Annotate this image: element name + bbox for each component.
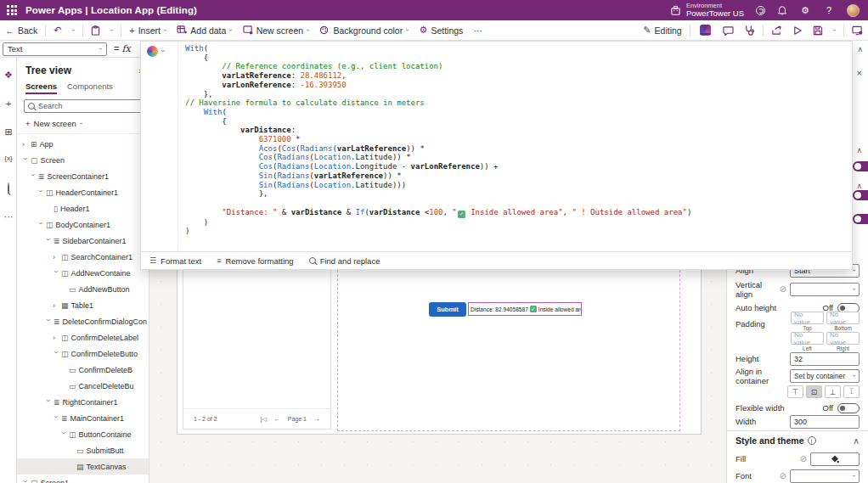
more-rail-icon[interactable]: ··· [0,211,17,222]
tree-item[interactable]: ›▢Screen1 [17,475,149,483]
copilot-chevron-icon[interactable]: › [159,50,167,53]
tree-item[interactable]: ›◫SearchContainer1 [17,249,149,265]
environment-picker[interactable]: Environment PowerTower US [670,3,744,19]
expand-chevron-icon[interactable]: › [52,270,60,276]
expand-chevron-icon[interactable]: › [53,301,59,310]
tree-item[interactable]: ›◫HeaderContainer1 [17,184,149,200]
tree-item[interactable]: ›≣DeleteConfirmDialogCon [17,313,149,329]
hidden-section-chevron[interactable]: ∧ [856,146,862,154]
expand-chevron-icon[interactable]: › [37,222,45,227]
expand-chevron-icon[interactable]: › [21,480,30,483]
expand-chevron-icon[interactable]: › [52,415,60,421]
padding-right-input[interactable]: No value [826,332,860,345]
expand-chevron-icon[interactable]: › [59,431,68,437]
data-rail-icon[interactable]: ⊞ [0,126,17,138]
tree-item[interactable]: ▭ConfirmDeleteB [17,362,149,378]
format-text-button[interactable]: ☰Format text [149,256,201,266]
distance-text-control[interactable]: Distance: 82.94058587 ✓ Inside allowed a… [468,302,582,316]
hidden-section-chevron-2[interactable]: ∧ [856,182,862,190]
expand-chevron-icon[interactable]: › [53,253,59,261]
sidebar-table-pane[interactable]: 1 - 2 of 2 |◁ ← Page 1 → [183,244,331,430]
expand-chevron-icon[interactable]: › [44,399,53,405]
flexible-width-toggle[interactable]: Off [823,403,860,413]
remove-formatting-button[interactable]: ≡Remove formatting [217,256,294,266]
tree-item[interactable]: ▭SubmitButt [17,442,149,458]
tab-screens[interactable]: Screens [25,81,57,94]
new-screen-button[interactable]: New screen› [238,20,315,40]
add-data-button[interactable]: Add data› [172,20,237,40]
paste-menu-button[interactable]: › [105,20,118,40]
search-input[interactable] [38,102,138,110]
tree-item[interactable]: ›≣MainContainer1 [17,410,149,426]
new-screen-menu[interactable]: + New screen › [17,113,149,134]
align-in-container-dropdown[interactable]: Set by container› [790,369,860,383]
expand-chevron-icon[interactable]: › [21,157,30,163]
tree-item[interactable]: ›▢Screen [17,152,149,168]
tree-item[interactable]: ›◫ConfirmDeleteLabel [17,329,149,345]
command-overflow-button[interactable]: ··· [468,20,488,40]
expand-chevron-icon[interactable]: › [44,238,53,244]
tree-search-box[interactable] [24,99,142,113]
tree-item[interactable]: ›▦Table1 [17,297,149,313]
publish-button[interactable] [847,25,868,36]
expand-chevron-icon[interactable]: › [22,140,28,149]
expand-chevron-icon[interactable]: › [53,334,59,342]
collapse-section-icon[interactable]: ∧ [853,435,860,446]
waffle-icon[interactable] [7,5,17,15]
align-top-button[interactable]: ⊤ [787,385,803,398]
notifications-icon[interactable] [777,5,787,16]
close-properties-icon[interactable]: × [857,68,862,78]
tree-item[interactable]: ›≣ScreenContainer1 [17,168,149,184]
formula-code[interactable]: With( { // Reference coordinates (e.g., … [185,44,848,249]
save-menu-button[interactable]: › [828,25,841,35]
undo-menu-button[interactable]: › [67,20,80,40]
align-center-button[interactable]: ⊡ [806,385,822,398]
tree-item[interactable]: ›≣RightContainer1 [17,394,149,410]
tab-components[interactable]: Components [67,81,113,94]
tree-item[interactable]: ›◫AddNewContaine [17,265,149,281]
fill-color-button[interactable] [810,452,860,466]
width-input[interactable]: 300 [790,415,860,429]
undo-button[interactable]: ↶ [48,20,66,40]
tree-item[interactable]: ›◫ButtonContaine [17,426,149,442]
hidden-toggle-3[interactable] [853,214,868,224]
tree-item[interactable]: ›◫BodyContainer1 [17,216,149,233]
insert-button[interactable]: +Insert› [124,20,172,40]
editing-mode-button[interactable]: ✎Editing [638,25,686,36]
copilot-formula-icon[interactable] [147,46,158,57]
tree-view-rail-icon[interactable]: ❖ [0,70,17,81]
tree-item[interactable]: ▭AddNewButton [17,281,149,297]
main-content-pane[interactable] [337,244,680,431]
padding-top-input[interactable]: No value [791,312,824,324]
expand-chevron-icon[interactable]: › [37,189,45,195]
tree-item[interactable]: ▯Header1 [17,200,149,216]
property-selector[interactable]: Text› [3,42,107,56]
copilot-topbar-icon[interactable] [756,6,765,15]
hidden-toggle-2[interactable] [853,190,868,200]
tree-item[interactable]: ▤TextCanvas [17,458,149,475]
settings-button[interactable]: ⚙Settings [414,20,469,40]
copilot-button[interactable] [693,25,718,36]
help-icon[interactable]: ? [823,5,835,15]
font-dropdown[interactable]: › [790,469,860,483]
expand-chevron-icon[interactable]: › [44,318,53,324]
paste-button[interactable] [86,20,105,40]
formula-editor[interactable]: › With( { // Reference coordinates (e.g.… [140,41,853,270]
collapse-formula-icon[interactable]: ∧ [857,45,863,53]
app-checker-button[interactable] [739,25,760,36]
search-rail-icon[interactable] [0,183,17,194]
vertical-align-dropdown[interactable]: › [790,283,860,296]
insert-rail-icon[interactable]: + [0,98,17,109]
padding-bottom-input[interactable]: No value [826,312,860,324]
next-page-icon[interactable]: → [314,416,320,422]
hidden-toggle-1[interactable] [853,161,868,171]
share-button[interactable] [766,25,787,36]
height-input[interactable]: 32 [790,352,860,366]
variables-rail-icon[interactable]: {x} [0,154,17,162]
find-replace-button[interactable]: Find and replace [309,256,380,266]
background-color-button[interactable]: Background color› [314,20,414,40]
submit-button[interactable]: Submit [429,302,466,317]
settings-topbar-icon[interactable]: ⚙ [799,5,811,16]
avatar[interactable] [847,4,860,17]
tree-item[interactable]: ›◫ConfirmDeleteButto [17,345,149,362]
